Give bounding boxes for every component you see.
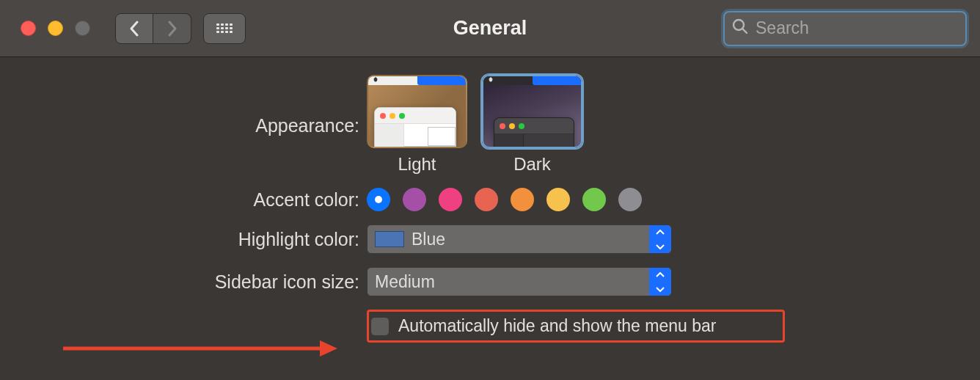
window-title: General: [453, 17, 527, 40]
highlight-color-select[interactable]: Blue: [367, 224, 672, 254]
accent-color-label: Accent color:: [0, 189, 367, 211]
appearance-option-light[interactable]: Light: [367, 75, 467, 175]
chevron-down-icon: [656, 286, 665, 292]
window-controls: [21, 21, 90, 36]
show-all-button[interactable]: [203, 13, 246, 44]
sidebar-icon-size-value: Medium: [375, 272, 435, 292]
highlight-color-label: Highlight color:: [0, 229, 367, 250]
zoom-window-button[interactable]: [75, 21, 90, 36]
select-stepper: [649, 268, 671, 296]
appearance-dark-label: Dark: [482, 154, 582, 175]
accent-swatch-6[interactable]: [582, 188, 606, 211]
appearance-row: Appearance: Light: [0, 75, 980, 175]
chevron-right-icon: [167, 21, 178, 37]
chevron-down-icon: [656, 244, 665, 249]
sidebar-icon-size-select[interactable]: Medium: [367, 267, 672, 296]
accent-swatch-3[interactable]: [475, 188, 498, 211]
highlight-swatch: [375, 231, 404, 247]
annotation-arrow: [63, 339, 337, 358]
search-input[interactable]: [756, 18, 972, 38]
accent-swatch-4[interactable]: [511, 188, 534, 211]
accent-swatch-2[interactable]: [439, 188, 462, 211]
appearance-option-dark[interactable]: Dark: [482, 75, 582, 175]
titlebar: General: [0, 0, 980, 57]
accent-swatch-1[interactable]: [403, 188, 426, 211]
appearance-light-label: Light: [367, 154, 467, 175]
auto-hide-menubar-checkbox[interactable]: [370, 317, 390, 336]
back-button[interactable]: [115, 13, 153, 44]
chevron-left-icon: [128, 21, 140, 37]
highlight-color-value: Blue: [412, 230, 445, 249]
sidebar-icon-size-label: Sidebar icon size:: [0, 271, 367, 293]
chevron-up-icon: [656, 230, 665, 235]
highlight-color-row: Highlight color: Blue: [0, 224, 980, 254]
close-window-button[interactable]: [21, 21, 36, 36]
auto-hide-menubar-option[interactable]: Automatically hide and show the menu bar: [367, 310, 785, 343]
dark-thumbnail: [482, 75, 582, 148]
auto-hide-menubar-row: Automatically hide and show the menu bar: [0, 310, 980, 343]
svg-marker-3: [320, 340, 337, 357]
accent-swatch-0[interactable]: [367, 188, 390, 211]
chevron-up-icon: [656, 272, 665, 278]
light-thumbnail: [367, 75, 467, 148]
appearance-label: Appearance:: [0, 75, 367, 136]
auto-hide-menubar-label: Automatically hide and show the menu bar: [398, 316, 716, 336]
nav-buttons: [115, 13, 191, 44]
minimize-window-button[interactable]: [48, 21, 63, 36]
accent-swatch-5[interactable]: [546, 188, 570, 211]
svg-line-1: [743, 29, 747, 33]
search-field-wrap[interactable]: [723, 11, 967, 46]
sidebar-icon-size-row: Sidebar icon size: Medium: [0, 267, 980, 296]
select-stepper: [649, 225, 671, 253]
search-icon: [732, 18, 748, 39]
preference-pane: Appearance: Light: [0, 57, 980, 343]
accent-swatch-7[interactable]: [618, 188, 642, 211]
forward-button[interactable]: [153, 13, 191, 44]
accent-color-row: Accent color:: [0, 188, 980, 211]
grid-icon: [216, 23, 233, 34]
accent-swatches: [367, 188, 642, 211]
